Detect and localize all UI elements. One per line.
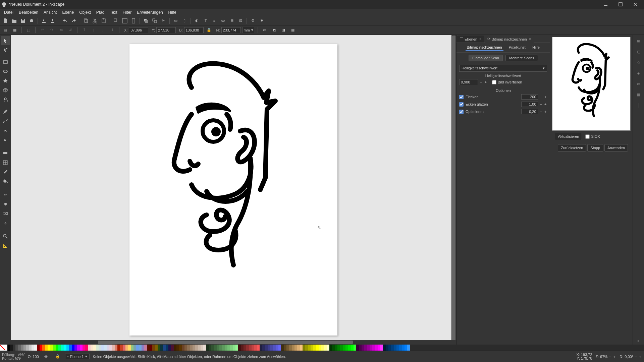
color-swatch[interactable]: [380, 345, 383, 351]
update-preview-button[interactable]: Aktualisieren: [555, 133, 582, 140]
color-swatch[interactable]: [354, 345, 356, 351]
color-swatch[interactable]: [335, 345, 337, 351]
fill-stroke-indicator[interactable]: Füllung: N/V Kontur: N/V: [2, 353, 24, 360]
color-swatch[interactable]: [300, 345, 303, 351]
color-swatch[interactable]: [254, 345, 257, 351]
color-swatch[interactable]: [184, 345, 187, 351]
save-button[interactable]: [19, 17, 27, 25]
color-swatch[interactable]: [396, 345, 399, 351]
color-swatch[interactable]: [297, 345, 300, 351]
tweak-tool[interactable]: ✏: [1, 190, 10, 199]
color-swatch[interactable]: [85, 345, 88, 351]
close-icon[interactable]: ×: [479, 37, 481, 41]
paintbucket-tool[interactable]: [1, 177, 10, 186]
color-swatch[interactable]: [107, 345, 109, 351]
move-patterns-button[interactable]: ▦: [289, 26, 297, 34]
color-swatch[interactable]: [163, 345, 166, 351]
speckles-spinner[interactable]: − +: [540, 95, 547, 99]
zoom-tool[interactable]: [1, 232, 10, 241]
unit-selector[interactable]: mm▾: [242, 27, 255, 33]
color-swatch[interactable]: [235, 345, 238, 351]
siox-checkbox-row[interactable]: SIOX: [585, 133, 600, 140]
flip-v-button[interactable]: ⇵: [66, 26, 74, 34]
layer-selector[interactable]: • Ebene 1 ▾: [65, 354, 90, 359]
color-swatch[interactable]: [313, 345, 316, 351]
color-swatch[interactable]: [246, 345, 249, 351]
color-swatch[interactable]: [34, 345, 37, 351]
color-swatch[interactable]: [262, 345, 265, 351]
color-swatch[interactable]: [265, 345, 268, 351]
speckles-input[interactable]: [521, 94, 538, 100]
color-swatch[interactable]: [195, 345, 198, 351]
layers-dialog-button[interactable]: ≡: [210, 17, 218, 25]
menu-text[interactable]: Text: [107, 9, 120, 15]
color-swatch[interactable]: [29, 345, 32, 351]
optimize-spinner[interactable]: − +: [540, 110, 547, 114]
snap-grid-icon[interactable]: ▦: [635, 90, 643, 99]
smooth-checkbox[interactable]: [459, 102, 464, 107]
export-button[interactable]: [49, 17, 57, 25]
dropper-tool[interactable]: [1, 168, 10, 176]
color-swatch[interactable]: [214, 345, 217, 351]
zoom-drawing-button[interactable]: [121, 17, 129, 25]
select-all-layers-button[interactable]: ▤: [1, 26, 9, 34]
color-swatch[interactable]: [15, 345, 18, 351]
color-swatch[interactable]: [91, 345, 93, 351]
color-swatch[interactable]: [370, 345, 372, 351]
y-input[interactable]: [156, 27, 176, 33]
color-swatch[interactable]: [104, 345, 107, 351]
xml-editor-button[interactable]: <>: [219, 17, 227, 25]
color-swatch[interactable]: [160, 345, 163, 351]
open-button[interactable]: [10, 17, 18, 25]
duplicate-button[interactable]: [142, 17, 150, 25]
subtab-help[interactable]: Hilfe: [531, 44, 541, 51]
color-swatch[interactable]: [80, 345, 83, 351]
color-swatch[interactable]: [66, 345, 69, 351]
pencil-tool[interactable]: [1, 107, 10, 116]
color-swatch[interactable]: [356, 345, 359, 351]
menu-bearbeiten[interactable]: Bearbeiten: [16, 9, 41, 15]
print-button[interactable]: [28, 17, 36, 25]
color-swatch[interactable]: [193, 345, 195, 351]
bezier-tool[interactable]: [1, 117, 10, 125]
menu-ebene[interactable]: Ebene: [59, 9, 76, 15]
rotation-control[interactable]: D: 0,00° − +: [620, 355, 642, 359]
color-swatch[interactable]: [303, 345, 305, 351]
optimize-checkbox[interactable]: [459, 110, 464, 114]
color-swatch[interactable]: [308, 345, 311, 351]
color-swatch[interactable]: [152, 345, 155, 351]
color-swatch[interactable]: [394, 345, 396, 351]
invert-checkbox[interactable]: [492, 80, 496, 84]
color-swatch[interactable]: [281, 345, 284, 351]
menu-datei[interactable]: Datei: [1, 9, 16, 15]
color-swatch[interactable]: [230, 345, 233, 351]
import-button[interactable]: [40, 17, 48, 25]
unlink-clone-button[interactable]: ✂: [159, 17, 167, 25]
color-swatch[interactable]: [225, 345, 227, 351]
snap-toggle-icon[interactable]: ⊞: [635, 37, 643, 45]
color-swatch[interactable]: [69, 345, 72, 351]
x-input[interactable]: [129, 27, 148, 33]
select-all-button[interactable]: ▦: [11, 26, 19, 34]
color-swatch[interactable]: [222, 345, 225, 351]
color-swatch[interactable]: [40, 345, 42, 351]
color-swatch[interactable]: [26, 345, 29, 351]
color-swatch[interactable]: [209, 345, 211, 351]
lower-button[interactable]: ↓: [99, 26, 107, 34]
tab-trace-bitmap[interactable]: ⟳ Bitmap nachzeichnen×: [485, 36, 534, 43]
color-swatch[interactable]: [217, 345, 219, 351]
color-swatch[interactable]: [5, 345, 7, 351]
rotate-cw-button[interactable]: ↷: [48, 26, 56, 34]
color-swatch[interactable]: [45, 345, 48, 351]
color-swatch[interactable]: [53, 345, 56, 351]
color-swatch[interactable]: [319, 345, 321, 351]
move-gradients-button[interactable]: ◨: [279, 26, 287, 34]
zoom-page-button[interactable]: [129, 17, 138, 25]
scrollbar-horizontal[interactable]: [11, 340, 451, 345]
snap-page-icon[interactable]: ▭: [635, 80, 643, 88]
invert-checkbox-row[interactable]: Bild invertieren: [492, 80, 522, 84]
color-swatch[interactable]: [120, 345, 123, 351]
color-swatch[interactable]: [321, 345, 324, 351]
color-swatch[interactable]: [174, 345, 176, 351]
align-dialog-button[interactable]: ⊞: [228, 17, 236, 25]
